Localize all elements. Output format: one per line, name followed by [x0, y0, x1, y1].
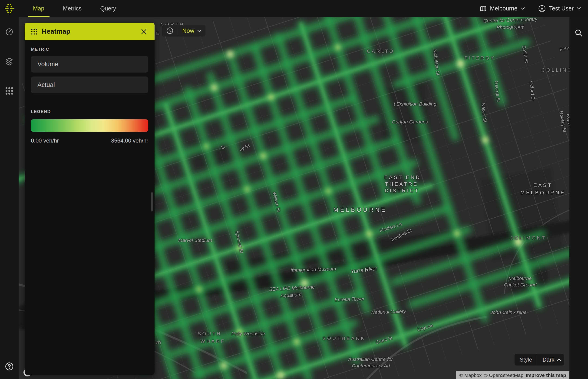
person-circle-icon [538, 5, 546, 12]
time-control[interactable]: Now [162, 25, 205, 36]
legend-max-value: 3564.00 veh/hr [111, 137, 148, 144]
sidebar-item-dashboard[interactable] [0, 24, 19, 39]
search-button[interactable] [572, 27, 585, 40]
x-icon [141, 29, 147, 35]
city-selector-label: Melbourne [490, 5, 517, 12]
user-menu[interactable]: Test User [538, 5, 581, 12]
left-sidebar [0, 17, 19, 379]
legend-values: 0.00 veh/hr 3564.00 veh/hr [31, 137, 148, 144]
panel-scrollbar-thumb[interactable] [151, 192, 152, 211]
main-tabs: Map Metrics Query [24, 0, 125, 17]
topbar-right: Melbourne Test User [480, 5, 588, 12]
apps-grid-icon [5, 87, 14, 95]
help-icon [5, 362, 14, 371]
map-icon [480, 5, 487, 12]
logo-dot-grid [4, 3, 15, 14]
heatmap-panel: Heatmap METRIC Volume Actual LEGEND 0.00… [25, 23, 154, 375]
tab-map[interactable]: Map [24, 0, 54, 17]
attribution-improve-link[interactable]: Improve this map [526, 373, 566, 378]
top-bar: Map Metrics Query Melbourne Test User [0, 0, 588, 17]
style-value-dropdown[interactable]: Dark [537, 356, 564, 363]
right-toolbar [569, 17, 588, 379]
chevron-up-icon [557, 359, 561, 361]
sidebar-item-help[interactable] [0, 359, 19, 374]
metric-kind-select[interactable]: Actual [31, 77, 148, 93]
style-value: Dark [543, 356, 554, 363]
map-attribution: © Mapbox © OpenStreetMap Improve this ma… [456, 371, 569, 379]
attribution-osm-link[interactable]: © OpenStreetMap [484, 373, 524, 378]
attribution-mapbox-link[interactable]: © Mapbox [459, 373, 482, 378]
metric-section-label: METRIC [31, 40, 148, 52]
tab-query[interactable]: Query [91, 0, 125, 17]
map-style-control[interactable]: Style Dark [514, 354, 564, 365]
panel-title: Heatmap [42, 28, 135, 35]
legend-section-label: LEGEND [31, 93, 148, 114]
time-value-dropdown[interactable]: Now [178, 25, 205, 36]
panel-close-button[interactable] [139, 27, 149, 36]
magnifier-icon [574, 29, 583, 38]
chevron-down-icon [521, 7, 525, 10]
chevron-down-icon [197, 30, 201, 32]
layers-icon [5, 57, 14, 66]
app-logo[interactable] [0, 0, 19, 17]
sidebar-item-layers[interactable] [0, 54, 19, 69]
city-selector[interactable]: Melbourne [480, 5, 525, 12]
time-clock-segment[interactable] [162, 25, 178, 36]
clock-icon [166, 27, 174, 34]
chevron-down-icon [577, 7, 581, 10]
tab-metrics[interactable]: Metrics [54, 0, 91, 17]
drag-grid-icon [31, 28, 38, 35]
style-label: Style [514, 356, 537, 363]
legend-min-value: 0.00 veh/hr [31, 137, 59, 144]
heatmap-panel-header[interactable]: Heatmap [25, 23, 154, 40]
heatmap-panel-body: METRIC Volume Actual LEGEND 0.00 veh/hr … [25, 40, 154, 375]
sidebar-item-apps[interactable] [0, 83, 19, 98]
time-value: Now [182, 27, 194, 34]
user-menu-label: Test User [549, 5, 573, 12]
gauge-icon [5, 27, 14, 36]
metric-select[interactable]: Volume [31, 56, 148, 73]
legend-gradient-bar [31, 119, 148, 132]
